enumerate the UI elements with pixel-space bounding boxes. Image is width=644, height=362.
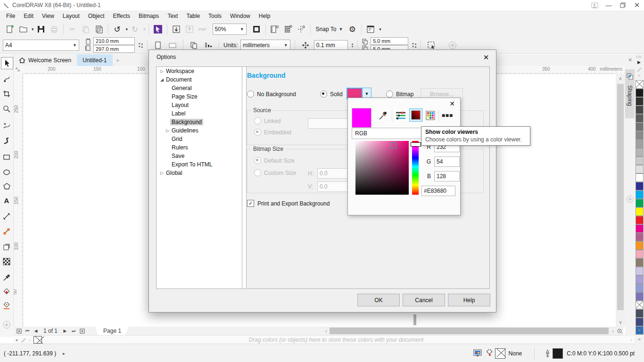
dialog-close-icon[interactable]: ✕ bbox=[481, 53, 491, 62]
open-dropdown-arrow[interactable]: ▾ bbox=[32, 28, 34, 31]
palette-swatch-00a651[interactable] bbox=[636, 199, 644, 207]
horizontal-scrollbar[interactable]: ‹ › bbox=[322, 327, 623, 335]
scroll-left-icon[interactable]: ‹ bbox=[323, 327, 330, 335]
palette-swatch-none-0[interactable] bbox=[636, 80, 644, 89]
save-icon[interactable] bbox=[35, 23, 47, 35]
interactive-fill-tool[interactable] bbox=[1, 286, 12, 297]
zoom-to-fit-icon[interactable] bbox=[616, 327, 623, 335]
page-size-spinners[interactable]: ▾ ▴▾ ▴ bbox=[139, 42, 143, 48]
page-preset-combo[interactable]: A4 ▼ bbox=[3, 40, 79, 51]
palette-swatch-7b74b9[interactable] bbox=[636, 292, 644, 301]
collapsed-arrow-icon[interactable]: ▷ bbox=[159, 171, 165, 175]
drop-shadow-tool[interactable] bbox=[1, 241, 12, 252]
new-document-icon[interactable] bbox=[4, 23, 16, 35]
palette-scroll-left-icon[interactable]: ‹ bbox=[29, 337, 31, 343]
show-grid-icon[interactable] bbox=[282, 23, 294, 35]
print-export-checkbox[interactable]: ✓ Print and Export Background bbox=[247, 200, 330, 207]
saturation-value-field[interactable] bbox=[355, 141, 409, 195]
horizontal-scrollbar-thumb[interactable] bbox=[330, 328, 609, 334]
new-tab-button[interactable]: ＋ bbox=[113, 54, 123, 66]
palette-swatch-47505c[interactable] bbox=[636, 309, 644, 318]
close-button[interactable]: ✕ bbox=[630, 0, 644, 10]
palette-swatch-e1e1df[interactable] bbox=[636, 165, 644, 173]
menu-object[interactable]: Object bbox=[84, 11, 109, 21]
collapsed-arrow-icon[interactable]: ▷ bbox=[159, 69, 165, 74]
palette-swatch-3e4a7c[interactable] bbox=[636, 318, 644, 326]
palette-swatch-none-26[interactable] bbox=[636, 301, 644, 309]
sv-cursor[interactable] bbox=[390, 142, 396, 148]
chevron-down-icon[interactable]: ▼ bbox=[284, 43, 288, 48]
menu-tools[interactable]: Tools bbox=[204, 11, 226, 21]
ellipse-tool[interactable] bbox=[1, 166, 12, 178]
document-palette-none-swatch[interactable] bbox=[33, 336, 42, 344]
menu-file[interactable]: File bbox=[2, 11, 19, 21]
freehand-tool[interactable] bbox=[1, 120, 12, 132]
dimension-tool[interactable] bbox=[1, 211, 12, 222]
menu-layout[interactable]: Layout bbox=[58, 11, 84, 21]
palette-swatch-a0a09e[interactable] bbox=[636, 140, 644, 148]
tree-item-background[interactable]: Background bbox=[157, 118, 246, 126]
solid-radio[interactable]: Solid bbox=[320, 90, 343, 98]
palette-edit-icon[interactable] bbox=[637, 67, 642, 72]
tree-item-rulers[interactable]: Rulers bbox=[157, 143, 246, 152]
expanded-arrow-icon[interactable]: ◢ bbox=[159, 77, 165, 82]
palette-swatch-2e3192[interactable] bbox=[636, 182, 644, 190]
palette-drag-handle[interactable] bbox=[636, 56, 642, 58]
palette-scroll-up-icon[interactable]: ∧ bbox=[636, 73, 642, 78]
hex-field[interactable]: #E83680 bbox=[421, 186, 455, 196]
palette-swatch-8c7b6a[interactable] bbox=[636, 258, 644, 267]
connector-tool[interactable] bbox=[1, 226, 12, 237]
transparency-tool[interactable] bbox=[1, 256, 12, 267]
palette-swatch-1a1a18[interactable] bbox=[636, 89, 644, 97]
palette-swatch-fff200[interactable] bbox=[636, 207, 644, 216]
palette-swatch-cbcbc9[interactable] bbox=[636, 156, 644, 165]
color-proof-icon[interactable] bbox=[471, 349, 484, 357]
color-preview-swatch[interactable] bbox=[352, 108, 372, 128]
zoom-level-combo[interactable]: 50% ▼ bbox=[213, 24, 247, 35]
eyedropper-icon[interactable] bbox=[377, 109, 389, 122]
more-options-icon[interactable]: ■■■ bbox=[441, 109, 454, 122]
dockers-dropdown-arrow[interactable]: ▾ bbox=[379, 28, 381, 31]
last-page-icon[interactable]: ⏭ bbox=[70, 327, 77, 335]
artistic-media-tool[interactable] bbox=[1, 135, 12, 147]
menu-text[interactable]: Text bbox=[163, 11, 182, 21]
minimize-button[interactable]: — bbox=[602, 0, 616, 10]
tree-item-layout[interactable]: Layout bbox=[157, 101, 246, 109]
page-width-field[interactable]: 210.0 mm bbox=[93, 37, 135, 45]
tree-item-global[interactable]: ▷Global bbox=[157, 169, 246, 177]
tree-item-general[interactable]: General bbox=[157, 84, 246, 92]
add-page-end-icon[interactable] bbox=[78, 327, 86, 335]
tree-item-export-to-html[interactable]: Export To HTML bbox=[157, 160, 246, 169]
vertical-scrollbar[interactable]: ∧ ∨ bbox=[616, 74, 625, 327]
palette-swatch-00aeef[interactable] bbox=[636, 190, 644, 199]
tab-untitled-1[interactable]: Untitled-1 bbox=[77, 54, 112, 66]
menu-help[interactable]: Help bbox=[255, 11, 275, 21]
tree-item-document[interactable]: ◢Document bbox=[157, 75, 246, 84]
chevron-down-icon[interactable]: ▼ bbox=[240, 27, 244, 32]
b-field[interactable]: 128 bbox=[434, 171, 460, 181]
palette-scroll-right-icon[interactable]: › bbox=[630, 337, 632, 343]
palette-swatch-8f9fd4[interactable] bbox=[636, 284, 644, 292]
palette-flyout-icon[interactable]: ▶ bbox=[637, 60, 641, 65]
collapsed-arrow-icon[interactable]: ▷ bbox=[165, 128, 170, 133]
nudge-field[interactable]: 0.1 mm bbox=[314, 40, 348, 50]
popup-close-icon[interactable]: ✕ bbox=[448, 100, 456, 107]
palette-more-icon[interactable]: » bbox=[636, 336, 642, 342]
undo-icon[interactable]: ↺ bbox=[111, 23, 124, 35]
tree-item-workspace[interactable]: ▷Workspace bbox=[157, 67, 246, 75]
outline-pen-icon[interactable] bbox=[542, 349, 553, 358]
duplicate-spinners[interactable]: ▾ ▴▾ ▴ bbox=[412, 42, 416, 48]
outline-color-swatch[interactable] bbox=[553, 348, 563, 359]
account-icon[interactable] bbox=[587, 0, 602, 10]
tree-item-guidelines[interactable]: ▷Guidelines bbox=[157, 126, 246, 135]
palette-swatch-ab9ed8[interactable] bbox=[636, 275, 644, 284]
fullscreen-preview-icon[interactable] bbox=[250, 23, 263, 35]
no-background-radio[interactable]: No Background bbox=[247, 90, 296, 98]
tree-item-label[interactable]: Label bbox=[157, 109, 246, 118]
add-page-start-icon[interactable] bbox=[15, 327, 23, 335]
tab-welcome-screen[interactable]: Welcome Screen bbox=[13, 54, 77, 66]
rectangle-tool[interactable] bbox=[1, 151, 12, 163]
color-viewers-icon[interactable] bbox=[409, 108, 422, 122]
tree-item-page-size[interactable]: Page Size bbox=[157, 92, 246, 101]
menu-view[interactable]: View bbox=[38, 11, 58, 21]
